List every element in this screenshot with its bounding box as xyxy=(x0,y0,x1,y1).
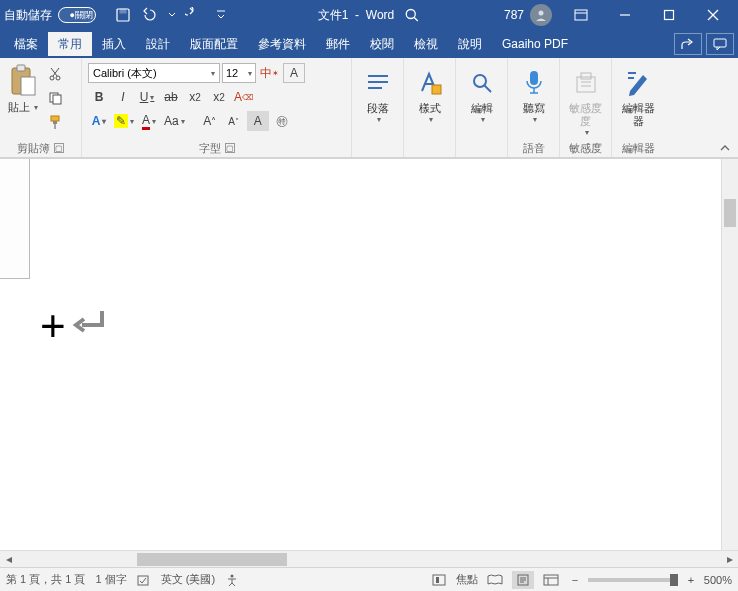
font-launcher[interactable]: ▢ xyxy=(225,143,235,153)
insert-cursor-icon: + xyxy=(40,304,66,348)
ribbon-display-options[interactable] xyxy=(560,0,602,30)
character-border-button[interactable]: A xyxy=(283,63,305,83)
svg-point-17 xyxy=(56,76,60,80)
search-icon[interactable] xyxy=(404,7,420,23)
sensitivity-group-label: 敏感度 xyxy=(569,141,602,156)
maximize-button[interactable] xyxy=(648,0,690,30)
styles-button[interactable]: 樣式▾ xyxy=(408,60,451,125)
clipboard-launcher[interactable]: ▢ xyxy=(54,143,64,153)
paste-label: 貼上 xyxy=(8,100,30,115)
paste-button[interactable]: 貼上▾ xyxy=(4,60,42,115)
sensitivity-button: 敏感度度▾ xyxy=(564,60,607,138)
voice-group-label: 語音 xyxy=(523,141,545,156)
minimize-button[interactable] xyxy=(604,0,646,30)
language-status[interactable]: 英文 (美國) xyxy=(161,572,215,587)
bold-button[interactable]: B xyxy=(88,87,110,107)
text-effects-button[interactable]: A▾ xyxy=(88,111,110,131)
paragraph-button[interactable]: 段落▾ xyxy=(356,60,399,125)
editor-button[interactable]: 編輯器器 xyxy=(616,60,660,128)
zoom-slider[interactable] xyxy=(588,578,678,582)
horizontal-scroll-thumb[interactable] xyxy=(137,553,287,566)
svg-point-41 xyxy=(231,574,234,577)
svg-line-4 xyxy=(415,18,419,22)
share-button[interactable] xyxy=(674,33,702,55)
page-status[interactable]: 第 1 頁，共 1 頁 xyxy=(6,572,85,587)
tab-mailings[interactable]: 郵件 xyxy=(316,32,360,56)
clear-formatting-button[interactable]: A⌫ xyxy=(232,87,255,107)
zoom-in-button[interactable]: + xyxy=(684,574,698,586)
horizontal-scrollbar[interactable] xyxy=(17,553,721,566)
shrink-font-button[interactable]: A˅ xyxy=(223,111,245,131)
tab-design[interactable]: 設計 xyxy=(136,32,180,56)
redo-button[interactable] xyxy=(180,2,206,28)
read-mode-button[interactable] xyxy=(484,571,506,589)
tab-file[interactable]: 檔案 xyxy=(4,32,48,56)
font-group-label: 字型 xyxy=(199,141,221,156)
svg-rect-14 xyxy=(17,65,25,71)
word-count[interactable]: 1 個字 xyxy=(95,572,126,587)
change-case-button[interactable]: Aa▾ xyxy=(162,111,187,131)
qat-customize[interactable] xyxy=(208,2,234,28)
undo-dropdown[interactable] xyxy=(166,2,178,28)
phonetic-guide-button[interactable]: 中✶ xyxy=(258,63,281,83)
focus-mode-button[interactable] xyxy=(428,571,450,589)
copy-button[interactable] xyxy=(44,88,66,108)
hscroll-left[interactable]: ◂ xyxy=(0,551,17,568)
close-button[interactable] xyxy=(692,0,734,30)
svg-rect-28 xyxy=(432,85,441,94)
svg-rect-31 xyxy=(530,71,538,85)
svg-rect-23 xyxy=(53,121,57,124)
vertical-scroll-thumb[interactable] xyxy=(724,199,736,227)
underline-button[interactable]: U▾ xyxy=(136,87,158,107)
autosave-toggle[interactable]: ● 關閉 xyxy=(58,7,96,23)
collapse-ribbon-button[interactable] xyxy=(716,141,734,155)
grow-font-button[interactable]: A˄ xyxy=(199,111,221,131)
save-button[interactable] xyxy=(110,2,136,28)
print-layout-button[interactable] xyxy=(512,571,534,589)
spell-check-icon[interactable] xyxy=(137,573,151,587)
comments-button[interactable] xyxy=(706,33,734,55)
dictate-button[interactable]: 聽寫▾ xyxy=(512,60,555,125)
font-family-combo[interactable]: Calibri (本文)▾ xyxy=(88,63,220,83)
svg-rect-15 xyxy=(21,77,35,95)
svg-rect-35 xyxy=(581,73,591,79)
enclose-characters-button[interactable]: ㊕ xyxy=(271,111,293,131)
tab-review[interactable]: 校閱 xyxy=(360,32,404,56)
accessibility-icon[interactable] xyxy=(225,573,239,587)
format-painter-button[interactable] xyxy=(44,112,66,132)
font-color-button[interactable]: A▾ xyxy=(138,111,160,131)
tab-view[interactable]: 檢視 xyxy=(404,32,448,56)
tab-gaaiho[interactable]: Gaaiho PDF xyxy=(492,32,578,56)
user-avatar[interactable] xyxy=(530,4,552,26)
svg-rect-9 xyxy=(665,11,674,20)
undo-button[interactable] xyxy=(138,2,164,28)
vertical-scrollbar[interactable] xyxy=(721,159,738,550)
font-size-combo[interactable]: 12▾ xyxy=(222,63,256,83)
subscript-button[interactable]: x2 xyxy=(184,87,206,107)
svg-point-5 xyxy=(539,11,544,16)
svg-rect-47 xyxy=(436,577,439,583)
autosave-state: 關閉 xyxy=(75,9,93,22)
svg-rect-40 xyxy=(138,576,148,585)
autosave-label: 自動儲存 xyxy=(4,7,52,24)
tab-home[interactable]: 常用 xyxy=(48,32,92,56)
zoom-level[interactable]: 500% xyxy=(704,574,732,586)
cut-button[interactable] xyxy=(44,64,66,84)
highlight-button[interactable]: ✎▾ xyxy=(112,111,136,131)
svg-line-30 xyxy=(484,85,491,92)
tab-help[interactable]: 說明 xyxy=(448,32,492,56)
focus-label: 焦點 xyxy=(456,572,478,587)
superscript-button[interactable]: x2 xyxy=(208,87,230,107)
italic-button[interactable]: I xyxy=(112,87,134,107)
strikethrough-button[interactable]: ab xyxy=(160,87,182,107)
character-shading-button[interactable]: A xyxy=(247,111,269,131)
web-layout-button[interactable] xyxy=(540,571,562,589)
zoom-out-button[interactable]: − xyxy=(568,574,582,586)
editing-button[interactable]: 編輯▾ xyxy=(460,60,503,125)
tab-layout[interactable]: 版面配置 xyxy=(180,32,248,56)
hscroll-right[interactable]: ▸ xyxy=(721,551,738,568)
zoom-slider-knob[interactable] xyxy=(670,574,678,586)
tab-references[interactable]: 參考資料 xyxy=(248,32,316,56)
tab-insert[interactable]: 插入 xyxy=(92,32,136,56)
document-canvas[interactable]: + xyxy=(0,158,738,550)
